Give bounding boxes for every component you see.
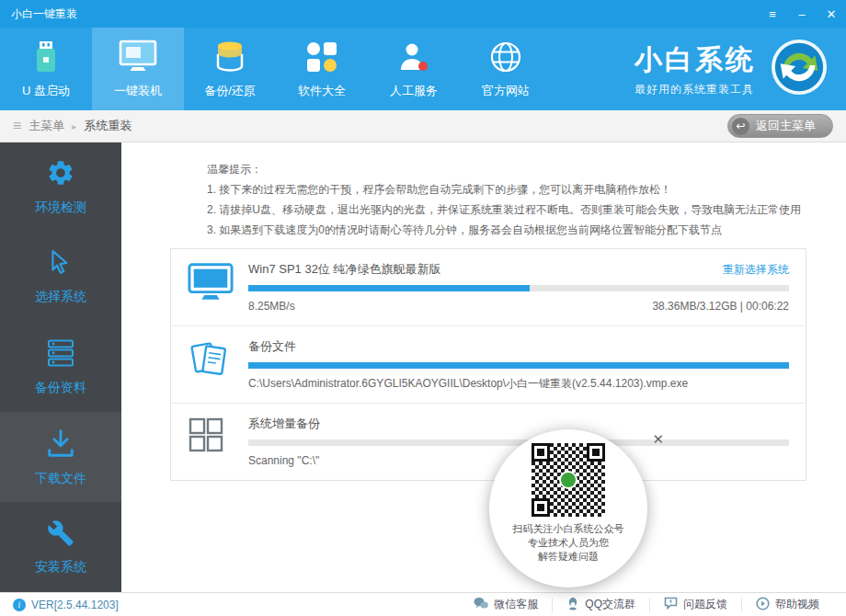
nav-item-usb-boot[interactable]: U 盘启动	[0, 28, 92, 110]
download-title: Win7 SP1 32位 纯净绿色旗舰最新版	[248, 261, 441, 278]
feedback-link[interactable]: 问题反馈	[649, 598, 741, 612]
progress-panel: Win7 SP1 32位 纯净绿色旗舰最新版 重新选择系统 8.25MB/s 3…	[170, 248, 806, 481]
sidebar-item-label: 下载文件	[35, 471, 86, 487]
nav-label: 官方网站	[482, 83, 530, 99]
menu-icon[interactable]: ≡	[758, 0, 787, 28]
version-text: VER[2.5.44.1203]	[31, 599, 119, 611]
sidebar-item-select-system[interactable]: 选择系统	[0, 233, 121, 323]
gear-icon	[46, 158, 75, 190]
nav-item-official-site[interactable]: 官方网站	[460, 28, 552, 110]
download-speed: 8.25MB/s	[248, 300, 295, 313]
brand-name: 小白系统	[634, 41, 756, 79]
feedback-bubble-icon	[664, 597, 678, 612]
qr-caption-line: 解答疑难问题	[513, 550, 624, 564]
qq-group-link[interactable]: QQ交流群	[552, 598, 649, 612]
reselect-system-link[interactable]: 重新选择系统	[723, 262, 789, 278]
sidebar-item-env-check[interactable]: 环境检测	[0, 143, 121, 233]
info-icon: i	[13, 599, 26, 611]
qr-popup: ✕ 扫码关注小白系统公众号 专业技术人员为您 解答疑难问题	[489, 429, 647, 587]
list-icon: ≡	[13, 118, 21, 134]
database-icon	[214, 40, 246, 74]
status-bar: i VER[2.5.44.1203] 微信客服 QQ交流群 问题反馈 帮助视频	[0, 592, 846, 616]
backup-progress-bar	[248, 362, 789, 369]
sidebar: 环境检测 选择系统 备份资料 下载文件 安装系统	[0, 143, 121, 592]
top-nav: U 盘启动 一键装机 备份/还原 软件大全 人工服务 官方网站 小白系统 最好用…	[0, 28, 846, 110]
qr-caption: 扫码关注小白系统公众号 专业技术人员为您 解答疑难问题	[513, 522, 624, 564]
backup-file-section: 备份文件 C:\Users\Administrator.6GYGLI5KAOYG…	[171, 326, 806, 404]
nav-label: 软件大全	[298, 83, 346, 99]
titlebar: 小白一键重装 ≡ – ✕	[0, 0, 846, 28]
back-button-label: 返回主菜单	[756, 118, 816, 134]
brand-tagline: 最好用的系统重装工具	[634, 82, 756, 97]
backup-title: 备份文件	[248, 338, 296, 355]
sidebar-item-label: 安装系统	[35, 559, 86, 576]
download-progress-fill	[248, 285, 530, 291]
footer-links: 微信客服 QQ交流群 问题反馈 帮助视频	[460, 598, 833, 612]
tip-line: 2. 请拔掉U盘、移动硬盘，退出光驱内的光盘，并保证系统重装过程不断电。否则重装…	[207, 200, 806, 220]
download-stats: 38.36MB/3.12GB | 00:06:22	[652, 300, 789, 313]
apps-grid-icon	[305, 40, 338, 74]
qr-finder	[532, 443, 550, 462]
qr-caption-line: 扫码关注小白系统公众号	[513, 522, 624, 536]
incremental-progress-bar	[248, 439, 789, 446]
version-info: i VER[2.5.44.1203]	[13, 599, 119, 611]
sidebar-item-backup-data[interactable]: 备份资料	[0, 323, 121, 413]
cursor-icon	[48, 249, 74, 279]
wrench-icon	[47, 519, 74, 550]
sidebar-item-label: 选择系统	[35, 289, 86, 305]
download-progress-bar	[248, 285, 789, 291]
qr-caption-line: 专业技术人员为您	[513, 536, 624, 550]
window-title: 小白一键重装	[11, 6, 77, 22]
wechat-service-link[interactable]: 微信客服	[460, 598, 552, 612]
nav-item-one-click-install[interactable]: 一键装机	[92, 28, 184, 110]
main-area: 环境检测 选择系统 备份资料 下载文件 安装系统	[0, 143, 846, 592]
download-icon	[45, 428, 76, 462]
play-circle-icon	[756, 597, 770, 613]
qr-finder	[587, 443, 605, 462]
breadcrumb-bar: ≡ 主菜单 ▸ 系统重装 ↩ 返回主菜单	[0, 110, 846, 143]
nav-item-human-service[interactable]: 人工服务	[368, 28, 460, 110]
wechat-icon	[474, 597, 488, 612]
qr-finder	[532, 498, 550, 517]
usb-drive-icon	[32, 40, 60, 74]
backup-path: C:\Users\Administrator.6GYGLI5KAOYGIIL\D…	[248, 376, 688, 392]
windows-icon	[188, 415, 248, 469]
back-to-main-menu-button[interactable]: ↩ 返回主菜单	[727, 114, 833, 138]
sidebar-item-label: 环境检测	[35, 200, 86, 216]
monitor-install-icon	[119, 40, 157, 74]
nav-label: U 盘启动	[22, 83, 70, 99]
nav-label: 备份/还原	[204, 83, 256, 99]
sidebar-item-download-files[interactable]: 下载文件	[0, 412, 121, 502]
incremental-status: Scanning "C:\"	[248, 454, 319, 467]
sidebar-item-install-system[interactable]: 安装系统	[0, 502, 121, 592]
tips-title: 温馨提示：	[207, 159, 806, 179]
qr-close-icon[interactable]: ✕	[652, 431, 664, 448]
nav-label: 一键装机	[114, 83, 162, 99]
server-icon	[46, 338, 75, 371]
qr-code	[532, 443, 605, 517]
sidebar-item-label: 备份资料	[35, 380, 86, 396]
breadcrumb-root[interactable]: 主菜单	[29, 118, 64, 134]
help-video-link[interactable]: 帮助视频	[741, 598, 833, 612]
qq-penguin-icon	[566, 597, 579, 613]
breadcrumb-current: 系统重装	[84, 118, 131, 134]
minimize-button[interactable]: –	[787, 0, 817, 28]
footer-link-label: 问题反馈	[683, 597, 727, 612]
footer-link-label: 帮助视频	[775, 597, 819, 612]
brand-logo-icon	[771, 39, 828, 99]
download-section: Win7 SP1 32位 纯净绿色旗舰最新版 重新选择系统 8.25MB/s 3…	[171, 249, 806, 326]
footer-link-label: QQ交流群	[585, 597, 635, 612]
window-controls: ≡ – ✕	[758, 0, 846, 28]
tip-line: 3. 如果遇到下载速度为0的情况时请耐心等待几分钟，服务器会自动根据您当前网络位…	[207, 220, 806, 240]
tips-block: 温馨提示： 1. 接下来的过程无需您的干预，程序会帮助您自动完成剩下的步骤，您可…	[207, 159, 806, 240]
content-area: 温馨提示： 1. 接下来的过程无需您的干预，程序会帮助您自动完成剩下的步骤，您可…	[121, 143, 846, 592]
monitor-icon	[188, 260, 248, 314]
nav-item-software[interactable]: 软件大全	[276, 28, 368, 110]
nav-item-backup-restore[interactable]: 备份/还原	[184, 28, 276, 110]
tip-line: 1. 接下来的过程无需您的干预，程序会帮助您自动完成剩下的步骤，您可以离开电脑稍…	[207, 179, 806, 200]
incremental-backup-section: 系统增量备份 Scanning "C:\"	[171, 404, 806, 480]
qr-center-logo-icon	[559, 471, 577, 489]
footer-link-label: 微信客服	[494, 597, 538, 612]
back-arrow-icon: ↩	[732, 118, 749, 135]
close-button[interactable]: ✕	[817, 0, 846, 28]
